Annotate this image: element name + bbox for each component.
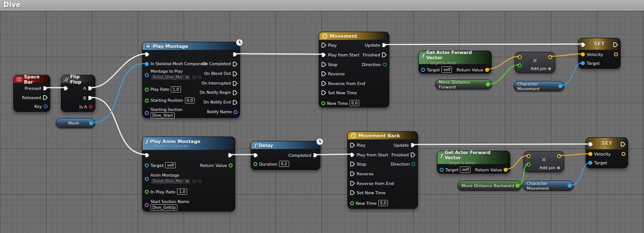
anim-montage-dropdown[interactable]: Scout_Dive_Mor (151, 178, 191, 185)
node-get-actor-forward-vector-top[interactable]: ƒGet Actor Forward Vector Target is Acto… (418, 51, 492, 74)
mb-direction-pin[interactable] (411, 162, 415, 166)
gafv-top-return-pin[interactable] (485, 68, 489, 72)
starting-section-value[interactable]: Dive_Start (151, 112, 175, 118)
add-pin-button[interactable]: Add pin⊕ (531, 66, 551, 71)
start-section-name-pin[interactable] (145, 203, 149, 207)
variable-move-distance-backward[interactable]: Move Distance Backward (457, 181, 522, 191)
variable-mesh[interactable]: Mesh (56, 118, 95, 128)
mb-reverse-from-end-pin[interactable] (350, 181, 355, 186)
on-interrupted-exec-pin[interactable] (233, 81, 237, 86)
play-rate-value[interactable]: 1,0 (171, 86, 181, 92)
variable-character-movement-top[interactable]: Character Movement (513, 81, 565, 91)
pam-target-value[interactable]: self (165, 162, 176, 168)
movement-update-pin[interactable] (382, 43, 387, 48)
delay-completed-pin[interactable] (313, 153, 318, 158)
add-pin-button[interactable]: Add pin⊕ (539, 165, 560, 170)
starting-position-pin[interactable] (145, 99, 149, 103)
pam-exec-in-pin[interactable] (145, 153, 150, 158)
movement-stop-pin[interactable] (321, 62, 326, 67)
move-distance-forward-pin[interactable] (486, 82, 490, 86)
starting-position-value[interactable]: 0,0 (185, 97, 195, 104)
set-bottom-exec-in-pin[interactable] (588, 142, 593, 147)
movement-set-new-time-pin[interactable] (321, 90, 326, 95)
montage-asset-dropdown[interactable]: Scout_Dive_Mor (151, 74, 191, 81)
mb-finished-pin[interactable] (411, 152, 415, 157)
node-movement[interactable]: Movement Play Play from Start Stop Rever… (319, 32, 389, 107)
mb-new-time-pin[interactable] (350, 201, 354, 205)
notify-name-pin[interactable] (233, 110, 237, 114)
montage-to-play-pin[interactable] (145, 73, 149, 77)
anim-montage-pin[interactable] (145, 177, 149, 181)
mb-play-from-start-pin[interactable] (350, 152, 355, 157)
new-time-value[interactable]: 0,0 (350, 100, 359, 106)
set-bottom-exec-out-pin[interactable] (621, 142, 625, 147)
multiply-bottom-in2-pin[interactable] (527, 163, 531, 166)
mesh-output-pin[interactable] (89, 121, 93, 125)
node-flip-flop[interactable]: // Flip Flop A B Is A (61, 75, 95, 112)
in-skeletal-mesh-pin[interactable] (145, 62, 149, 66)
mb-new-time-value[interactable]: 0,0 (378, 200, 388, 206)
delay-exec-in-pin[interactable] (253, 153, 258, 158)
gafv-bottom-return-pin[interactable] (504, 168, 508, 172)
movement-play-from-start-pin[interactable] (321, 52, 326, 57)
on-notify-end-exec-pin[interactable] (233, 100, 237, 105)
duration-pin[interactable] (253, 162, 257, 166)
on-notify-begin-exec-pin[interactable] (233, 90, 237, 95)
target-value[interactable]: self (460, 166, 471, 173)
a-exec-pin[interactable] (88, 86, 93, 91)
movement-reverse-from-end-pin[interactable] (321, 81, 326, 86)
character-movement-pin[interactable] (558, 84, 562, 88)
play-rate-pin[interactable] (145, 88, 149, 92)
on-completed-exec-pin[interactable] (233, 62, 237, 67)
pam-exec-out-pin[interactable] (228, 153, 233, 158)
movement-reverse-pin[interactable] (321, 71, 326, 76)
set-bottom-velocity-out-pin[interactable] (621, 152, 625, 156)
node-get-actor-forward-vector-bottom[interactable]: ƒGet Actor Forward Vector Target is Acto… (437, 151, 510, 174)
movement-play-pin[interactable] (321, 43, 326, 48)
on-blend-out-exec-pin[interactable] (233, 71, 237, 76)
node-movement-back[interactable]: Movement Back Play Play from Start Stop … (347, 131, 418, 209)
mb-play-pin[interactable] (350, 143, 355, 148)
character-movement-pin[interactable] (568, 184, 572, 188)
node-set-velocity-bottom[interactable]: SET Velocity Target (586, 137, 628, 168)
mb-set-new-time-pin[interactable] (350, 190, 355, 195)
key-pin[interactable] (44, 104, 48, 108)
movement-finished-pin[interactable] (382, 52, 387, 57)
pressed-exec-pin[interactable] (43, 86, 48, 91)
node-set-velocity-top[interactable]: SET Velocity Target (578, 38, 621, 69)
starting-section-pin[interactable] (145, 111, 149, 115)
node-play-montage[interactable]: Play Montage In Skeletal Mesh Component … (142, 42, 240, 118)
set-top-target-pin[interactable] (581, 61, 585, 65)
variable-move-distance-forward[interactable]: Move Distance Forward (435, 79, 492, 89)
target-value[interactable]: self (441, 67, 452, 73)
in-play-rate-value[interactable]: 1,0 (177, 189, 187, 195)
movement-new-time-pin[interactable] (321, 101, 325, 105)
multiply-top-in2-pin[interactable] (518, 63, 522, 67)
pam-target-pin[interactable] (145, 163, 149, 167)
gafv-bottom-target-pin[interactable] (440, 168, 444, 172)
move-distance-backward-pin[interactable] (516, 184, 520, 188)
set-bottom-target-pin[interactable] (588, 161, 592, 165)
variable-character-movement-bottom[interactable]: Character Movement (523, 181, 574, 191)
set-bottom-velocity-in-pin[interactable] (588, 152, 592, 156)
flipflop-exec-in-pin[interactable] (64, 86, 68, 91)
playmontage-exec-out-pin[interactable] (233, 52, 237, 57)
pam-return-pin[interactable] (229, 163, 233, 167)
set-top-velocity-out-pin[interactable] (614, 52, 618, 56)
node-multiply-bottom[interactable]: × Add pin⊕ (523, 151, 564, 172)
node-space-bar[interactable]: Space Bar Pressed Released Key (13, 75, 50, 112)
node-delay[interactable]: ƒ Delay Completed Duration0,2 (251, 141, 320, 170)
node-play-anim-montage[interactable]: ƒPlay Anim Montage Target is Character T… (142, 137, 235, 211)
in-play-rate-pin[interactable] (145, 190, 149, 194)
mb-stop-pin[interactable] (350, 162, 355, 166)
duration-value[interactable]: 0,2 (279, 161, 289, 167)
set-top-exec-in-pin[interactable] (581, 42, 586, 47)
asset-browse-icons[interactable] (192, 179, 202, 184)
playmontage-exec-in-pin[interactable] (145, 52, 150, 57)
start-section-value[interactable]: Dive_GetUp (151, 204, 177, 211)
mb-reverse-pin[interactable] (350, 171, 355, 176)
set-top-velocity-in-pin[interactable] (581, 52, 585, 56)
b-exec-pin[interactable] (88, 96, 93, 100)
asset-browse-icons[interactable] (192, 75, 202, 80)
released-exec-pin[interactable] (43, 95, 48, 100)
